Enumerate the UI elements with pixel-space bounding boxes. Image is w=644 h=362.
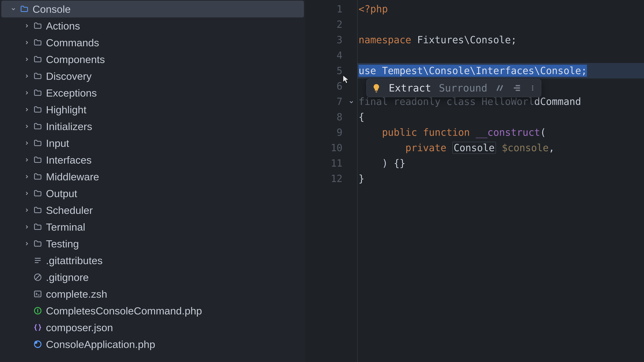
chevron-right-icon bbox=[23, 174, 31, 179]
lightbulb-icon[interactable] bbox=[372, 83, 381, 93]
folder-icon bbox=[32, 206, 43, 215]
extract-action[interactable]: Extract bbox=[389, 82, 431, 94]
chevron-right-icon bbox=[23, 224, 31, 230]
tree-file[interactable]: .gitignore bbox=[1, 269, 304, 286]
code-line-selected[interactable]: use Tempest\Console\Interfaces\Console; bbox=[358, 63, 644, 78]
line-number[interactable]: 7 bbox=[305, 94, 357, 109]
keyword-namespace: namespace bbox=[358, 34, 411, 45]
line-number[interactable]: 12 bbox=[305, 171, 357, 186]
folder-icon bbox=[32, 72, 43, 80]
code-line[interactable]: ) {} bbox=[358, 156, 644, 171]
more-actions-icon[interactable] bbox=[529, 83, 536, 93]
chevron-right-icon bbox=[23, 90, 31, 96]
svg-point-16 bbox=[532, 85, 533, 87]
code-line[interactable]: { bbox=[358, 109, 644, 125]
surround-action[interactable]: Surround bbox=[439, 82, 487, 94]
line-number-text: 7 bbox=[336, 96, 342, 107]
tree-item-label: Discovery bbox=[46, 70, 92, 82]
svg-point-18 bbox=[532, 89, 533, 90]
code-line[interactable]: private Console $console, bbox=[358, 140, 644, 156]
chevron-right-icon bbox=[23, 191, 31, 196]
code-line[interactable]: public function __construct( bbox=[358, 125, 644, 140]
line-number[interactable]: 9 bbox=[305, 125, 357, 140]
keyword-private: private bbox=[405, 142, 446, 153]
line-number[interactable]: 10 bbox=[305, 140, 357, 156]
tree-item-label: .gitignore bbox=[46, 271, 89, 283]
folder-icon bbox=[32, 21, 43, 30]
brace-open: { bbox=[358, 111, 364, 123]
type-hint: Console bbox=[452, 142, 496, 154]
tree-folder[interactable]: Actions bbox=[1, 17, 304, 34]
comment-action-icon[interactable] bbox=[495, 83, 504, 93]
tree-file[interactable]: .gitattributes bbox=[1, 252, 304, 269]
tree-item-label: Interfaces bbox=[46, 154, 92, 166]
tree-file[interactable]: complete.zsh bbox=[1, 286, 304, 302]
code-line[interactable]: namespace Fixtures\Console; bbox=[358, 32, 644, 48]
tree-folder[interactable]: Highlight bbox=[1, 101, 304, 118]
line-number[interactable]: 11 bbox=[305, 156, 357, 171]
code-line[interactable] bbox=[358, 17, 644, 32]
tree-folder[interactable]: Scheduler bbox=[1, 202, 304, 219]
chevron-right-icon bbox=[23, 23, 31, 29]
svg-point-17 bbox=[532, 87, 533, 88]
tree-folder[interactable]: Interfaces bbox=[1, 151, 304, 168]
tree-folder[interactable]: Testing bbox=[1, 235, 304, 252]
tree-file[interactable]: composer.json bbox=[1, 319, 304, 336]
line-number[interactable]: 1 bbox=[305, 1, 357, 17]
chevron-right-icon bbox=[23, 107, 31, 112]
line-number-gutter[interactable]: 1 2 3 4 5 6 7 8 9 10 11 12 bbox=[305, 0, 357, 362]
tree-folder-console[interactable]: Console bbox=[1, 1, 304, 17]
tree-folder[interactable]: Exceptions bbox=[1, 84, 304, 101]
file-tree[interactable]: Console Actions Commands Components Disc… bbox=[0, 0, 305, 362]
tree-folder[interactable]: Components bbox=[1, 51, 304, 68]
tree-file[interactable]: ConsoleApplication.php bbox=[1, 336, 304, 353]
tree-item-label: Testing bbox=[46, 238, 79, 250]
folder-icon bbox=[32, 55, 43, 64]
tree-item-label: ConsoleApplication.php bbox=[46, 338, 155, 350]
chevron-down-icon bbox=[10, 6, 18, 12]
code-line[interactable] bbox=[358, 48, 644, 63]
chevron-right-icon bbox=[23, 157, 31, 163]
tree-item-label: Output bbox=[46, 188, 77, 199]
reformat-action-icon[interactable] bbox=[512, 83, 522, 93]
tree-folder[interactable]: Commands bbox=[1, 34, 304, 51]
tree-folder[interactable]: Output bbox=[1, 185, 304, 202]
folder-icon bbox=[32, 38, 43, 47]
folder-icon bbox=[32, 122, 43, 131]
tree-item-label: composer.json bbox=[46, 322, 113, 334]
tree-folder[interactable]: Input bbox=[1, 135, 304, 151]
namespace-name: Fixtures\Console; bbox=[411, 34, 517, 45]
lines-file-icon bbox=[32, 256, 43, 265]
code-line[interactable]: <?php bbox=[358, 1, 644, 17]
tree-item-label: CompletesConsoleCommand.php bbox=[46, 305, 202, 317]
svg-line-12 bbox=[500, 85, 502, 91]
line-number[interactable]: 4 bbox=[305, 48, 357, 63]
code-line[interactable]: } bbox=[358, 171, 644, 186]
tree-item-label: Scheduler bbox=[46, 204, 93, 216]
tree-folder[interactable]: Terminal bbox=[1, 219, 304, 235]
tree-folder[interactable]: Middleware bbox=[1, 168, 304, 185]
line-number[interactable]: 8 bbox=[305, 109, 357, 125]
tree-folder[interactable]: Discovery bbox=[1, 68, 304, 84]
fold-chevron-down-icon[interactable] bbox=[348, 94, 354, 109]
tree-folder[interactable]: Initializers bbox=[1, 118, 304, 135]
code-editor[interactable]: 1 2 3 4 5 6 7 8 9 10 11 12 <?php namespa… bbox=[305, 0, 644, 362]
chevron-right-icon bbox=[23, 73, 31, 79]
tree-item-label: Actions bbox=[46, 20, 80, 32]
folder-icon bbox=[32, 189, 43, 198]
brace-close: } bbox=[358, 173, 364, 184]
tree-item-label: Commands bbox=[46, 37, 99, 49]
interface-file-icon bbox=[32, 306, 43, 315]
code-content[interactable]: <?php namespace Fixtures\Console; use Te… bbox=[357, 0, 644, 362]
variable: $console bbox=[496, 142, 548, 153]
class-name-tail: dCommand bbox=[534, 96, 581, 107]
folder-icon bbox=[32, 172, 43, 181]
chevron-right-icon bbox=[23, 40, 31, 45]
paren-open: ( bbox=[540, 127, 546, 138]
tree-item-label: .gitattributes bbox=[46, 255, 103, 267]
svg-rect-5 bbox=[34, 291, 41, 297]
line-number[interactable]: 2 bbox=[305, 17, 357, 32]
tree-file[interactable]: CompletesConsoleCommand.php bbox=[1, 302, 304, 319]
line-number[interactable]: 3 bbox=[305, 32, 357, 48]
intention-actions-popup[interactable]: Extract Surround bbox=[366, 79, 541, 97]
